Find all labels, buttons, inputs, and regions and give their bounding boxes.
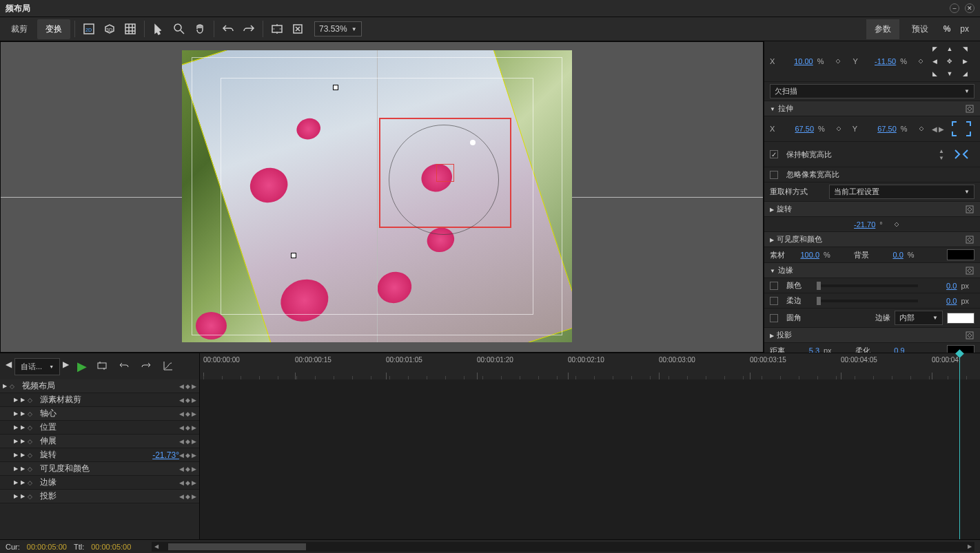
add-key[interactable]: ◆ <box>185 424 190 431</box>
expand-toggle-2[interactable]: ▶ <box>21 452 28 458</box>
keyframe-icon[interactable]: ◇ <box>28 452 37 459</box>
nudge-up[interactable]: ▲ <box>943 43 957 54</box>
next-key[interactable]: ▶ <box>192 410 196 417</box>
resample-select[interactable]: 当前工程设置▼ <box>829 185 974 199</box>
add-key[interactable]: ◆ <box>185 410 190 417</box>
canvas-viewport[interactable] <box>0 41 764 353</box>
unit-px[interactable]: px <box>957 24 972 34</box>
keyframe-icon[interactable]: ◇ <box>28 479 37 486</box>
edge-round-checkbox[interactable] <box>770 314 778 322</box>
expand-toggle[interactable]: ▶ <box>3 383 10 389</box>
track-row[interactable]: ▶▶◇边缘◀◆▶ <box>0 476 199 490</box>
next-key[interactable]: ▶ <box>192 397 196 404</box>
nudge-up-left[interactable]: ◤ <box>928 43 941 54</box>
kf-icon[interactable] <box>919 126 924 132</box>
add-key[interactable]: ◆ <box>185 479 190 486</box>
expand-toggle[interactable]: ▶ <box>14 397 21 403</box>
zoom-tool[interactable] <box>170 19 189 39</box>
kf-icon[interactable] <box>918 59 923 64</box>
track-row[interactable]: ▶◇视频布局◀◆▶ <box>0 379 199 393</box>
tab-presets[interactable]: 预设 <box>904 19 937 39</box>
track-row[interactable]: ▶▶◇轴心◀◆▶ <box>0 407 199 421</box>
section-stretch[interactable]: ▼拉伸 <box>764 101 980 116</box>
rotate-input[interactable]: -21.70 <box>845 220 875 229</box>
rotation-circle[interactable] <box>389 125 499 235</box>
expand-toggle-2[interactable]: ▶ <box>21 466 28 472</box>
track-row[interactable]: ▶▶◇位置◀◆▶ <box>0 421 199 435</box>
stretch-nudge[interactable]: ◀▶ <box>932 125 944 133</box>
unit-percent[interactable]: % <box>941 24 954 34</box>
next-key[interactable]: ▶ <box>192 452 196 459</box>
kf-icon[interactable] <box>836 126 841 132</box>
keyframe-toggle[interactable] <box>965 104 974 114</box>
expand-toggle-2[interactable]: ▶ <box>21 397 28 403</box>
rotation-handle[interactable] <box>470 140 476 145</box>
redo-tl-button[interactable] <box>136 360 156 373</box>
next-key[interactable]: ▶ <box>192 466 196 472</box>
close-button[interactable]: ✕ <box>965 3 974 13</box>
x-input[interactable]: 10.00 <box>783 57 813 65</box>
scan-select[interactable]: 欠扫描▼ <box>770 84 974 98</box>
expand-toggle-2[interactable]: ▶ <box>21 410 28 417</box>
prev-key[interactable]: ◀ <box>179 438 184 445</box>
handle[interactable] <box>291 253 296 258</box>
canvas[interactable] <box>182 50 572 342</box>
reset-stretch-button[interactable] <box>948 144 974 165</box>
edge-color-checkbox[interactable] <box>770 282 778 290</box>
expand-toggle[interactable]: ▶ <box>14 493 21 499</box>
track-row[interactable]: ▶▶◇旋转-21.73°◀◆▶ <box>0 448 199 462</box>
section-edge[interactable]: ▼边缘 <box>764 263 980 278</box>
mode-3d-button[interactable]: 3D <box>100 19 119 39</box>
nudge-down-right[interactable]: ◢ <box>958 68 972 79</box>
keyframe-icon[interactable]: ◇ <box>28 438 37 445</box>
track-row[interactable]: ▶▶◇源素材裁剪◀◆▶ <box>0 393 199 407</box>
select-tool[interactable] <box>149 19 168 39</box>
bg-color-swatch[interactable] <box>947 249 974 260</box>
edge-soft-checkbox[interactable] <box>770 297 778 305</box>
safe-zone-button[interactable] <box>267 19 287 39</box>
edge-color-swatch[interactable] <box>947 313 974 324</box>
next-key[interactable]: ▶ <box>192 438 196 445</box>
prev-key[interactable]: ◀ <box>179 452 184 459</box>
tab-transform[interactable]: 变换 <box>37 19 70 39</box>
prev-key[interactable]: ◀ <box>179 493 184 500</box>
track-row[interactable]: ▶▶◇伸展◀◆▶ <box>0 435 199 448</box>
curve-button[interactable] <box>159 360 178 373</box>
track-row[interactable]: ▶▶◇投影◀◆▶ <box>0 490 199 503</box>
kf-icon[interactable] <box>835 59 841 64</box>
keyframe-toggle[interactable] <box>965 266 974 275</box>
add-key[interactable]: ◆ <box>185 397 190 404</box>
keyframe-toggle[interactable] <box>965 205 974 214</box>
reset-nudge[interactable]: ▲▼ <box>939 148 944 161</box>
prev-key[interactable]: ◀ <box>179 479 184 486</box>
nudge-down-left[interactable]: ◣ <box>928 68 941 79</box>
expand-toggle-2[interactable]: ▶ <box>21 493 28 499</box>
keep-ratio-checkbox[interactable] <box>770 150 778 158</box>
track-value[interactable]: -21.73° <box>152 450 179 460</box>
nudge-right[interactable]: ▶ <box>958 56 972 67</box>
undo-button[interactable] <box>218 19 238 39</box>
keyframe-icon[interactable]: ◇ <box>28 466 37 472</box>
expand-toggle[interactable]: ▶ <box>14 438 21 444</box>
section-rotate[interactable]: ▶旋转 <box>764 202 980 217</box>
kf-icon[interactable] <box>894 222 899 227</box>
keyframe-icon[interactable]: ◇ <box>28 424 37 431</box>
edge-soft-input[interactable]: 0.0 <box>926 297 957 305</box>
prev-key[interactable]: ◀ <box>179 397 184 404</box>
keyframe-icon[interactable]: ◇ <box>28 397 37 404</box>
play-button[interactable]: ▶ <box>74 359 90 374</box>
keyframe-toggle[interactable] <box>965 235 974 244</box>
tab-crop[interactable]: 裁剪 <box>3 19 36 39</box>
add-key[interactable]: ◆ <box>185 452 190 459</box>
shadow-dist-input[interactable]: 5.3 <box>789 346 819 353</box>
edge-color-input[interactable]: 0.0 <box>926 282 957 290</box>
stretch-x-input[interactable]: 67.50 <box>784 125 814 133</box>
track-row[interactable]: ▶▶◇可见度和颜色◀◆▶ <box>0 462 199 476</box>
horizontal-scrollbar[interactable]: ◀ ▶ <box>152 542 974 552</box>
next-key[interactable]: ▶ <box>192 479 196 486</box>
keyframe-icon[interactable]: ◇ <box>28 493 37 500</box>
section-visibility[interactable]: ▶可见度和颜色 <box>764 232 980 247</box>
keyframe-icon[interactable]: ◇ <box>10 383 19 390</box>
expand-toggle-2[interactable]: ▶ <box>21 424 28 430</box>
hand-tool[interactable] <box>190 19 210 39</box>
